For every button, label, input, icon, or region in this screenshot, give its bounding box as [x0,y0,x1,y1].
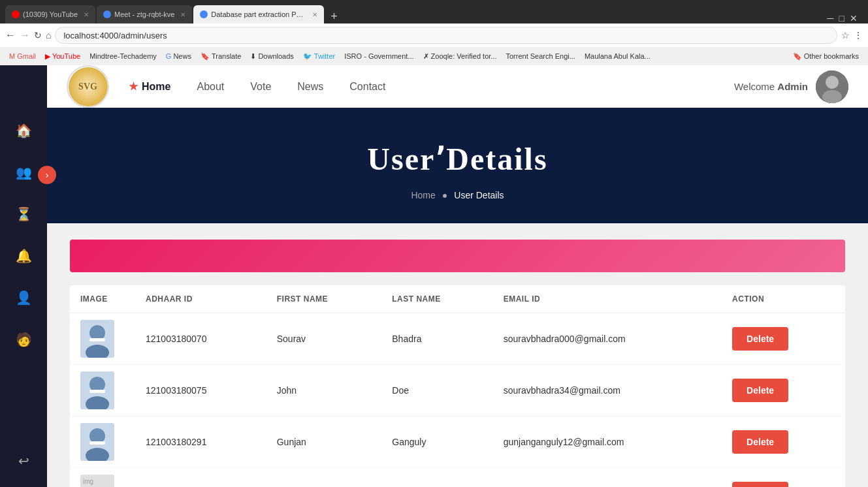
home-star-icon: ★ [129,80,138,93]
adhaar-id-cell: 121003180075 [135,365,266,416]
about-nav-link[interactable]: About [197,81,224,93]
user-table-container: IMAGE ADHAAR ID FIRST NAME LAST NAME EMA… [70,285,845,487]
sidebar-person-icon[interactable]: 🧑 [10,326,37,353]
user-avatar-cell [70,313,135,365]
sidebar-add-user-icon[interactable]: 👤 [10,285,37,311]
other-bookmarks[interactable]: 🔖Other bookmarks [789,51,863,62]
sidebar-toggle-button[interactable]: › [38,166,56,184]
gmail-bookmark[interactable]: MGmail [5,51,40,61]
user-avatar: img [80,475,114,487]
col-firstname: FIRST NAME [266,285,382,313]
last-name-cell: Ganguly [381,416,492,468]
meet-tab[interactable]: Meet - ztg-rqbt-kve ✕ [97,5,192,24]
sidebar-logout-icon[interactable]: ↩ [10,448,37,474]
last-name-cell [381,468,492,488]
home-nav-link[interactable]: ★ Home [129,80,170,93]
table-row: 121003180291GunjanGangulygunjanganguly12… [70,416,845,468]
news-bookmark[interactable]: GNews [162,51,195,61]
table-row: 121003180070SouravBhadrasouravbhadra000@… [70,313,845,365]
adhaar-id-cell: 121003180291 [135,416,266,468]
maulana-bookmark[interactable]: Maulana Abul Kala... [581,51,654,61]
db-tab-label: Database part extraction Page [211,10,306,18]
email-cell: gunjanganguly12@gmail.com [493,416,722,468]
first-name-cell: Sourav [266,313,382,365]
table-header-row: IMAGE ADHAAR ID FIRST NAME LAST NAME EMA… [70,285,845,313]
youtube-tab-close[interactable]: ✕ [84,11,89,18]
news-nav-label: News [297,81,323,92]
content-area: IMAGE ADHAAR ID FIRST NAME LAST NAME EMA… [47,223,868,487]
delete-button[interactable]: Delete [732,379,788,402]
back-button[interactable]: ← [5,29,16,41]
pink-bar [70,240,845,272]
mindtree-bookmark[interactable]: Mindtree-Techademy [86,51,161,61]
col-email: EMAIL ID [493,285,722,313]
first-name-cell: admin [266,468,382,488]
home-browser-button[interactable]: ⌂ [46,30,51,40]
user-avatar-cell [70,365,135,416]
svg-rect-6 [89,338,105,341]
welcome-text: Welcome Admin [734,81,808,92]
logo: SVG [67,65,109,108]
col-lastname: LAST NAME [381,285,492,313]
breadcrumb-current: User Details [454,190,504,200]
col-image: IMAGE [70,285,135,313]
action-cell: Delete [722,468,845,488]
meet-tab-close[interactable]: ✕ [180,11,185,18]
twitter-bookmark[interactable]: 🐦Twitter [299,51,339,62]
forward-button[interactable]: → [20,29,30,41]
vote-nav-link[interactable]: Vote [250,81,271,93]
db-tab-close[interactable]: ✕ [312,11,317,18]
admin-avatar[interactable] [816,71,848,103]
torrent-bookmark[interactable]: Torrent Search Engi... [502,51,579,61]
hero-section: UserʼDetails Home ● User Details [47,108,868,223]
zooqle-bookmark[interactable]: ✗Zooqle: Verified tor... [419,51,501,62]
svg-point-2 [822,90,842,103]
youtube-tab-label: (10309) YouTube [23,10,78,18]
about-nav-label: About [197,81,224,92]
news-nav-link[interactable]: News [297,81,323,93]
isro-bookmark[interactable]: ISRO - Government... [340,51,417,61]
user-table: IMAGE ADHAAR ID FIRST NAME LAST NAME EMA… [70,285,845,487]
page-title: UserʼDetails [60,140,855,177]
top-nav: SVG ★ Home About Vote News Contact We [47,65,868,108]
user-avatar [80,320,114,358]
svg-rect-14 [89,441,105,445]
svg-rect-10 [89,390,105,393]
url-bar[interactable]: localhost:4000/admin/users [55,27,837,44]
delete-button[interactable]: Delete [732,482,788,487]
sidebar-home-icon[interactable]: 🏠 [10,118,37,144]
contact-nav-link[interactable]: Contact [349,81,385,93]
vote-nav-label: Vote [250,81,271,92]
adhaar-id-cell [135,468,266,488]
action-cell: Delete [722,416,845,468]
reload-button[interactable]: ↻ [34,30,42,40]
user-avatar-cell: img [70,468,135,488]
sidebar-hourglass-icon[interactable]: ⏳ [10,201,37,227]
breadcrumb-home[interactable]: Home [411,190,435,200]
user-avatar [80,371,114,409]
email-cell: admin@gmail.com [493,468,722,488]
youtube-tab[interactable]: (10309) YouTube ✕ [5,5,95,24]
col-adhaar: ADHAAR ID [135,285,266,313]
col-action: ACTION [722,285,845,313]
home-nav-label: Home [142,81,170,93]
breadcrumb-dot: ● [442,190,447,200]
youtube-bookmark[interactable]: ▶YouTube [41,51,84,62]
first-name-cell: John [266,365,382,416]
last-name-cell: Doe [381,365,492,416]
action-cell: Delete [722,365,845,416]
svg-text:img: img [83,478,93,485]
downloads-bookmark[interactable]: ⬇Downloads [246,51,297,62]
translate-bookmark[interactable]: 🔖Translate [197,51,245,62]
email-cell: souravbhadra34@gmail.com [493,365,722,416]
delete-button[interactable]: Delete [732,430,788,454]
table-row: img adminadmin@gmail.comDelete [70,468,845,488]
action-cell: Delete [722,313,845,365]
url-text: localhost:4000/admin/users [63,31,167,40]
db-tab[interactable]: Database part extraction Page ✕ [193,5,324,24]
sidebar-bell-icon[interactable]: 🔔 [10,243,37,269]
delete-button[interactable]: Delete [732,327,788,351]
breadcrumb: Home ● User Details [60,190,855,200]
new-tab-button[interactable]: + [325,10,343,24]
sidebar-users-icon[interactable]: 👥 [10,159,37,185]
